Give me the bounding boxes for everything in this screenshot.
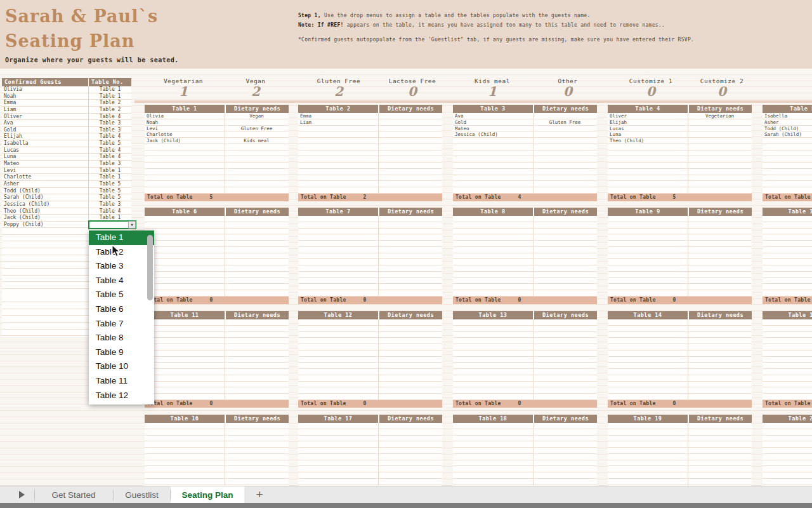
table-guest-name-cell[interactable] [608, 175, 688, 181]
table-guest-dietary-cell[interactable] [534, 272, 596, 277]
table-guest-name-cell[interactable] [453, 278, 534, 284]
add-sheet-button[interactable]: + [251, 486, 268, 504]
table-guest-name-cell[interactable] [298, 351, 379, 356]
table-guest-dietary-cell[interactable] [379, 234, 442, 240]
table-guest-name-cell[interactable] [453, 319, 534, 325]
table-guest-name-cell[interactable] [763, 382, 812, 387]
table-guest-name-cell[interactable] [145, 284, 225, 290]
table-guest-dietary-cell[interactable] [534, 234, 596, 240]
table-guest-name-cell[interactable] [763, 187, 812, 193]
table-guest-dietary-cell[interactable] [225, 234, 288, 240]
table-guest-name-cell[interactable] [298, 144, 379, 150]
table-guest-dietary-cell[interactable] [534, 229, 596, 234]
table-guest-name-cell[interactable] [608, 216, 688, 222]
guest-table-cell[interactable]: Table 1 [89, 93, 131, 100]
table-guest-dietary-cell[interactable] [688, 222, 751, 228]
guest-name-cell[interactable]: Mateo [2, 161, 89, 167]
table-guest-dietary-cell[interactable] [379, 175, 442, 181]
table-guest-dietary-cell[interactable] [379, 247, 442, 253]
table-guest-dietary-cell[interactable] [225, 278, 288, 284]
table-guest-name-cell[interactable] [298, 163, 379, 168]
table-guest-name-cell[interactable] [608, 436, 688, 441]
table-guest-dietary-cell[interactable] [379, 319, 442, 325]
table-guest-dietary-cell[interactable] [688, 448, 751, 453]
table-guest-name-cell[interactable] [145, 351, 225, 356]
table-guest-dietary-cell[interactable] [534, 216, 596, 222]
table-guest-name-cell[interactable]: Ava [453, 113, 534, 119]
table-guest-name-cell[interactable] [298, 241, 379, 246]
table-guest-dietary-cell[interactable] [379, 131, 442, 137]
table-guest-name-cell[interactable] [453, 222, 534, 228]
table-guest-name-cell[interactable] [763, 278, 812, 284]
table-guest-name-cell[interactable] [453, 284, 534, 290]
table-guest-name-cell[interactable]: Elijah [608, 119, 688, 125]
table-guest-dietary-cell[interactable] [534, 290, 596, 296]
table-guest-dietary-cell[interactable] [534, 247, 596, 253]
table-guest-name-cell[interactable] [608, 326, 688, 331]
table-guest-name-cell[interactable] [453, 138, 534, 144]
table-guest-dietary-cell[interactable] [379, 272, 442, 277]
table-guest-name-cell[interactable] [453, 234, 534, 240]
table-guest-name-cell[interactable] [298, 448, 379, 453]
table-guest-name-cell[interactable] [453, 247, 534, 253]
table-guest-dietary-cell[interactable] [534, 460, 596, 466]
table-guest-dietary-cell[interactable] [688, 441, 751, 447]
table-guest-name-cell[interactable] [763, 429, 812, 435]
table-guest-dietary-cell[interactable] [379, 375, 442, 381]
table-guest-dietary-cell[interactable] [688, 357, 751, 363]
table-guest-name-cell[interactable] [145, 394, 225, 399]
table-guest-dietary-cell[interactable] [225, 265, 288, 271]
table-guest-dietary-cell[interactable] [379, 369, 442, 375]
table-guest-name-cell[interactable] [298, 247, 379, 253]
table-guest-name-cell[interactable] [145, 441, 225, 447]
table-guest-name-cell[interactable] [608, 272, 688, 277]
dropdown-arrow-icon[interactable]: ▼ [128, 221, 136, 229]
table-guest-name-cell[interactable] [453, 229, 534, 234]
table-guest-dietary-cell[interactable] [379, 265, 442, 271]
table-guest-dietary-cell[interactable] [688, 119, 751, 125]
guest-name-cell[interactable]: Liam [2, 107, 89, 113]
table-guest-dietary-cell[interactable] [534, 284, 596, 290]
table-guest-name-cell[interactable] [763, 181, 812, 187]
guest-name-cell[interactable]: Jessica (Child) [2, 201, 89, 208]
table-guest-name-cell[interactable] [453, 382, 534, 387]
guest-name-cell[interactable]: Olivia [2, 86, 89, 93]
table-guest-dietary-cell[interactable]: Vegetarian [688, 113, 751, 119]
table-guest-name-cell[interactable]: Jack (Child) [145, 138, 225, 144]
table-guest-name-cell[interactable] [298, 150, 379, 156]
table-guest-dietary-cell[interactable] [225, 436, 288, 441]
guest-name-cell[interactable]: Elijah [2, 133, 89, 140]
table-guest-name-cell[interactable] [145, 156, 225, 162]
table-guest-dietary-cell[interactable] [688, 278, 751, 284]
guest-table-cell[interactable]: Table 2 [89, 107, 131, 113]
table-guest-name-cell[interactable] [453, 175, 534, 181]
guest-table-cell[interactable]: Table 4 [89, 154, 131, 160]
table-guest-name-cell[interactable] [608, 466, 688, 472]
table-guest-name-cell[interactable] [608, 253, 688, 259]
table-guest-dietary-cell[interactable] [688, 369, 751, 375]
table-guest-name-cell[interactable] [608, 144, 688, 150]
table-guest-name-cell[interactable] [453, 375, 534, 381]
table-guest-dietary-cell[interactable] [688, 326, 751, 331]
table-guest-name-cell[interactable] [145, 466, 225, 472]
guest-table-cell[interactable]: Table 2 [89, 100, 131, 106]
table-guest-name-cell[interactable] [608, 369, 688, 375]
table-guest-name-cell[interactable]: Gold [453, 119, 534, 125]
table-guest-name-cell[interactable] [763, 259, 812, 265]
table-guest-dietary-cell[interactable] [225, 163, 288, 168]
table-guest-name-cell[interactable] [298, 169, 379, 175]
table-guest-dietary-cell[interactable] [688, 423, 751, 429]
table-guest-name-cell[interactable] [145, 448, 225, 453]
table-guest-name-cell[interactable] [763, 326, 812, 331]
table-guest-dietary-cell[interactable] [379, 181, 442, 187]
table-guest-name-cell[interactable] [608, 259, 688, 265]
table-guest-name-cell[interactable] [763, 448, 812, 453]
table-guest-dietary-cell[interactable] [225, 259, 288, 265]
table-guest-name-cell[interactable]: Emma [298, 113, 379, 119]
table-guest-name-cell[interactable] [453, 156, 534, 162]
table-guest-name-cell[interactable]: Todd (Child) [763, 126, 812, 131]
table-guest-dietary-cell[interactable] [379, 387, 442, 393]
table-guest-dietary-cell[interactable] [225, 429, 288, 435]
table-guest-name-cell[interactable] [608, 156, 688, 162]
table-guest-dietary-cell[interactable] [379, 423, 442, 429]
